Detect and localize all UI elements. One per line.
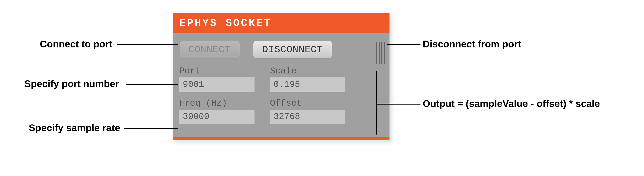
scale-field: Scale bbox=[270, 66, 345, 92]
freq-label: Freq (Hz) bbox=[179, 98, 254, 108]
annotation-output-formula: Output = (sampleValue - offset) * scale bbox=[423, 98, 600, 109]
annotation-line bbox=[124, 128, 178, 129]
offset-input[interactable] bbox=[270, 110, 345, 124]
port-input[interactable] bbox=[179, 78, 254, 92]
freq-input[interactable] bbox=[179, 110, 254, 124]
panel-title: EPHYS SOCKET bbox=[172, 13, 390, 33]
disconnect-button[interactable]: DISCONNECT bbox=[253, 41, 332, 58]
annotation-sample-rate: Specify sample rate bbox=[29, 122, 120, 133]
annotation-connect: Connect to port bbox=[40, 39, 112, 50]
freq-field: Freq (Hz) bbox=[179, 98, 254, 124]
annotation-port-number: Specify port number bbox=[24, 78, 119, 89]
annotation-line bbox=[126, 84, 178, 85]
annotation-bracket bbox=[376, 71, 377, 135]
annotation-line bbox=[376, 104, 420, 104]
ephys-socket-panel: EPHYS SOCKET CONNECT DISCONNECT Port Sca… bbox=[172, 13, 390, 140]
port-field: Port bbox=[179, 66, 254, 92]
port-label: Port bbox=[179, 66, 254, 76]
drag-handle-icon[interactable] bbox=[376, 42, 385, 64]
connect-button[interactable]: CONNECT bbox=[179, 41, 240, 58]
offset-field: Offset bbox=[270, 98, 345, 124]
offset-label: Offset bbox=[270, 98, 345, 108]
scale-input[interactable] bbox=[270, 78, 345, 92]
scale-label: Scale bbox=[270, 66, 345, 76]
panel-body: CONNECT DISCONNECT Port Scale Freq (Hz) bbox=[172, 33, 390, 137]
panel-footer-bar bbox=[172, 137, 390, 140]
annotation-disconnect: Disconnect from port bbox=[423, 39, 521, 50]
annotation-line bbox=[117, 44, 178, 45]
annotation-line bbox=[387, 44, 420, 45]
